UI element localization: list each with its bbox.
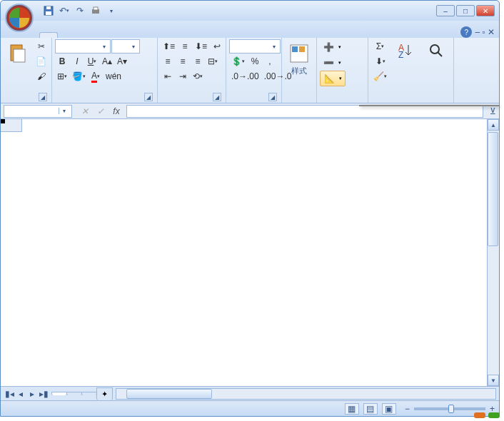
group-styles: 样式: [282, 38, 317, 103]
increase-decimal-icon[interactable]: .0→.00: [229, 69, 261, 83]
accept-formula-icon[interactable]: ✓: [94, 105, 108, 118]
number-launcher[interactable]: ◢: [268, 93, 277, 101]
sheet-tab-3[interactable]: [81, 392, 97, 395]
hscroll-thumb[interactable]: [126, 389, 212, 399]
minimize-button[interactable]: –: [436, 5, 455, 16]
fill-icon[interactable]: ⬇▾: [371, 54, 389, 69]
percent-icon[interactable]: %: [248, 54, 262, 69]
first-sheet-icon[interactable]: ▮◂: [4, 388, 15, 400]
horizontal-scrollbar[interactable]: [116, 388, 496, 400]
copy-icon[interactable]: 📄: [34, 54, 49, 69]
clipboard-launcher[interactable]: ◢: [39, 93, 47, 101]
fx-icon[interactable]: fx: [109, 105, 124, 118]
paste-button[interactable]: [4, 39, 32, 69]
next-sheet-icon[interactable]: ▸: [26, 388, 38, 400]
new-sheet-icon[interactable]: ✦: [96, 387, 113, 400]
vscroll-thumb[interactable]: [488, 132, 498, 246]
prev-sheet-icon[interactable]: ◂: [15, 388, 26, 400]
tab-formulas[interactable]: [96, 33, 114, 38]
svg-rect-9: [299, 46, 305, 52]
zoom-slider[interactable]: [414, 407, 485, 410]
decrease-indent-icon[interactable]: ⇤: [161, 69, 175, 83]
italic-icon[interactable]: I: [70, 54, 84, 69]
cut-icon[interactable]: ✂: [34, 39, 49, 54]
ribbon-tabs: ? – ▫ ✕: [1, 21, 499, 38]
format-cells-button[interactable]: 📐▾: [320, 71, 346, 86]
svg-rect-6: [14, 49, 25, 62]
page-layout-view-icon[interactable]: ▤: [363, 403, 378, 415]
svg-line-13: [438, 52, 442, 56]
fill-color-icon[interactable]: 🪣▾: [70, 69, 88, 83]
phonetic-icon[interactable]: wén: [104, 69, 124, 83]
align-right-icon[interactable]: ≡: [191, 54, 205, 69]
undo-icon[interactable]: ↶▾: [58, 4, 71, 17]
app-window: ↶▾ ↷ ▾ – □ ✕ ? – ▫ ✕: [0, 0, 500, 417]
align-launcher[interactable]: ◢: [213, 93, 221, 101]
find-select-button[interactable]: [421, 39, 450, 64]
font-launcher[interactable]: ◢: [144, 93, 153, 101]
delete-cells-button[interactable]: ➖▾: [320, 55, 344, 71]
currency-icon[interactable]: 💲▾: [229, 54, 247, 69]
fill-handle[interactable]: [1, 119, 5, 123]
font-size-combo[interactable]: ▾: [111, 39, 140, 54]
styles-button[interactable]: 样式: [285, 39, 313, 78]
ribbon-minimize-icon[interactable]: – ▫ ✕: [475, 27, 495, 37]
bold-icon[interactable]: B: [55, 54, 69, 69]
normal-view-icon[interactable]: ▦: [345, 403, 359, 415]
shrink-font-icon[interactable]: A▾: [115, 54, 129, 69]
formula-expand-icon[interactable]: ⊻: [486, 106, 499, 116]
border-icon[interactable]: ⊞▾: [55, 69, 69, 83]
qat-customize-icon[interactable]: ▾: [105, 4, 118, 17]
help-icon[interactable]: ?: [460, 26, 472, 38]
insert-cells-button[interactable]: ➕▾: [320, 39, 344, 55]
sort-filter-button[interactable]: AZ: [390, 39, 420, 64]
tab-view[interactable]: [152, 33, 169, 38]
tab-home[interactable]: [39, 32, 58, 38]
scroll-down-icon[interactable]: ▼: [488, 375, 499, 386]
zoom-out-icon[interactable]: −: [405, 404, 410, 414]
align-left-icon[interactable]: ≡: [161, 54, 175, 69]
tab-insert[interactable]: [59, 33, 76, 38]
align-top-icon[interactable]: ⬆≡: [161, 39, 177, 54]
font-name-combo[interactable]: ▾: [55, 39, 111, 54]
font-color-icon[interactable]: A▾: [89, 69, 103, 83]
save-icon[interactable]: [42, 4, 55, 17]
print-icon[interactable]: [89, 4, 102, 17]
office-button[interactable]: [5, 4, 34, 32]
align-center-icon[interactable]: ≡: [176, 54, 190, 69]
comma-icon[interactable]: ,: [263, 54, 277, 69]
page-break-view-icon[interactable]: ▣: [382, 403, 396, 415]
orientation-icon[interactable]: ⟲▾: [191, 69, 205, 83]
spreadsheet-grid[interactable]: ▲ ▼: [1, 119, 499, 386]
wrap-text-icon[interactable]: ↩: [210, 39, 224, 54]
svg-text:Z: Z: [398, 50, 403, 59]
close-button[interactable]: ✕: [476, 5, 495, 16]
group-number: ▾ 💲▾ % , .0→.00 .00→.0 ◢: [226, 38, 282, 103]
name-box[interactable]: ▾: [4, 105, 72, 118]
tab-data[interactable]: [115, 33, 132, 38]
watermark-1: [474, 412, 485, 418]
scroll-up-icon[interactable]: ▲: [488, 119, 499, 131]
cancel-formula-icon[interactable]: ✕: [78, 105, 92, 118]
sheet-tab-2[interactable]: [66, 392, 82, 395]
tab-layout[interactable]: [78, 33, 95, 38]
zoom-thumb[interactable]: [448, 405, 454, 413]
tab-review[interactable]: [133, 33, 151, 38]
redo-icon[interactable]: ↷: [74, 4, 86, 17]
underline-icon[interactable]: U▾: [85, 54, 99, 69]
align-bottom-icon[interactable]: ⬇≡: [193, 39, 209, 54]
grow-font-icon[interactable]: A▴: [100, 54, 114, 69]
titlebar: ↶▾ ↷ ▾ – □ ✕: [1, 1, 499, 21]
format-painter-icon[interactable]: 🖌: [34, 69, 49, 83]
last-sheet-icon[interactable]: ▸▮: [38, 388, 49, 400]
maximize-button[interactable]: □: [456, 5, 475, 16]
align-middle-icon[interactable]: ≡: [178, 39, 192, 54]
increase-indent-icon[interactable]: ⇥: [176, 69, 190, 83]
formula-input[interactable]: [126, 105, 483, 118]
clear-icon[interactable]: 🧹▾: [371, 69, 389, 83]
merge-icon[interactable]: ⊟▾: [206, 54, 220, 69]
sheet-tab-1[interactable]: [51, 392, 67, 395]
number-format-combo[interactable]: ▾: [229, 39, 281, 54]
vertical-scrollbar[interactable]: ▲ ▼: [487, 119, 499, 386]
autosum-icon[interactable]: Σ▾: [371, 39, 389, 54]
